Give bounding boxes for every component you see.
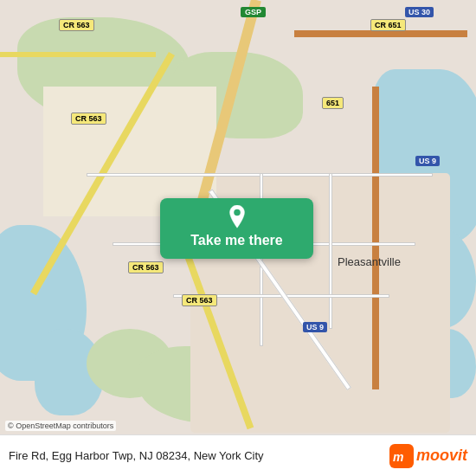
map-container: CR 563 CR 563 CR 563 CR 563 CR 651 651 G… xyxy=(0,0,476,476)
svg-point-0 xyxy=(234,209,241,216)
road-cr563-top xyxy=(0,52,156,57)
label-cr563-lower2: CR 563 xyxy=(182,294,217,306)
moovit-logo: m moovit xyxy=(389,444,467,468)
moovit-logo-icon: m xyxy=(389,444,414,468)
osm-credit: © OpenStreetMap contributors xyxy=(5,421,116,431)
bottom-bar: Fire Rd, Egg Harbor Twp, NJ 08234, New Y… xyxy=(0,434,476,476)
label-us30: US 30 xyxy=(405,7,434,17)
address-text: Fire Rd, Egg Harbor Twp, NJ 08234, New Y… xyxy=(9,449,383,462)
svg-text:m: m xyxy=(393,450,403,464)
road-us30 xyxy=(294,30,467,37)
label-us9-bottom: US 9 xyxy=(303,322,327,332)
road-us9 xyxy=(372,87,379,389)
moovit-text: moovit xyxy=(416,447,467,465)
label-gsp: GSP xyxy=(241,7,266,17)
city-label-pleasantville: Pleasantville xyxy=(338,255,401,268)
label-cr651: CR 651 xyxy=(370,19,406,31)
location-pin-icon xyxy=(227,205,248,231)
label-cr563-lower: CR 563 xyxy=(128,261,164,273)
label-cr563-top: CR 563 xyxy=(59,19,94,31)
label-651-mid: 651 xyxy=(322,97,344,109)
local-road-v2 xyxy=(329,173,332,329)
label-cr563-mid: CR 563 xyxy=(71,113,106,125)
label-us9-right: US 9 xyxy=(415,156,440,166)
take-me-there-button[interactable]: Take me there xyxy=(160,198,313,259)
developed-area2 xyxy=(43,87,216,216)
take-me-there-label: Take me there xyxy=(190,233,282,248)
